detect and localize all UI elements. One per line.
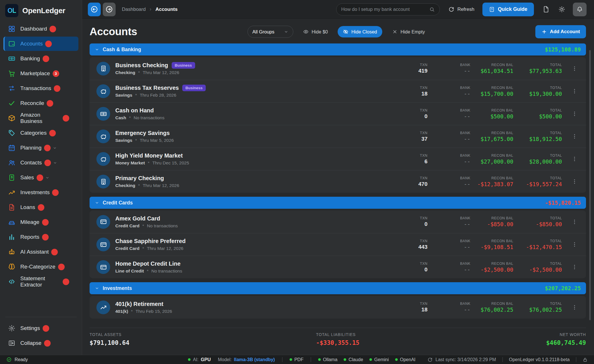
- sidebar-item-reconcile[interactable]: Reconcile: [3, 96, 78, 110]
- kebab-menu-button[interactable]: [571, 156, 578, 162]
- sidebar-item-transactions[interactable]: Transactions: [3, 81, 78, 96]
- total-label: TOTAL: [514, 63, 562, 67]
- bank-label: BANK: [429, 239, 470, 243]
- account-row-business-tax-reserves[interactable]: Business Tax Reserves Business Savings *…: [90, 80, 586, 102]
- total-value: $19,300.00: [514, 91, 562, 97]
- kebab-menu-button[interactable]: [571, 178, 578, 185]
- sidebar-item-accounts[interactable]: Accounts: [3, 37, 78, 51]
- kebab-menu-button[interactable]: [571, 264, 578, 270]
- account-row-high-yield-money-market[interactable]: High Yield Money Market Money Market * T…: [90, 148, 586, 170]
- txn-label: TXN: [394, 63, 427, 67]
- search-input[interactable]: [341, 7, 429, 12]
- kebab-menu-button[interactable]: [571, 65, 578, 72]
- account-name: Chase Sapphire Preferred: [115, 238, 186, 244]
- x-icon: [392, 29, 398, 35]
- recon-label: RECON BAL: [472, 63, 513, 67]
- cart-icon: [8, 70, 15, 77]
- hide-empty-toggle[interactable]: Hide Empty: [392, 29, 425, 35]
- sidebar-item-planning[interactable]: Planning: [3, 141, 78, 155]
- bank-stat: BANK--: [429, 63, 472, 74]
- kebab-menu-button[interactable]: [571, 88, 578, 94]
- sidebar-item-label: Sales: [20, 174, 34, 181]
- scrollbar[interactable]: [589, 50, 591, 320]
- kebab-menu-button[interactable]: [571, 111, 578, 117]
- hide-zero-toggle[interactable]: Hide $0: [303, 29, 328, 35]
- sidebar-item-marketplace[interactable]: Marketplace 3: [3, 66, 78, 81]
- sidebar-item-ai-assistant[interactable]: AI Assistant: [3, 245, 78, 259]
- sidebar-item-settings[interactable]: Settings: [3, 321, 78, 335]
- sidebar-item-mileage[interactable]: Mileage: [3, 215, 78, 229]
- account-row-emergency-savings[interactable]: Emergency Savings Savings * Thru Mar 5, …: [90, 125, 586, 148]
- account-name: 401(k) Retirement: [115, 301, 163, 307]
- breadcrumb-dashboard[interactable]: Dashboard: [122, 7, 146, 12]
- sidebar-item-dashboard[interactable]: Dashboard: [3, 22, 78, 36]
- txn-stat: TXN419: [394, 63, 429, 74]
- bank-value: --: [429, 158, 470, 165]
- search-icon: [429, 7, 435, 12]
- account-name: Business Tax Reserves: [115, 85, 179, 91]
- sidebar-item-reports[interactable]: Reports: [3, 230, 78, 244]
- sidebar-item-label: Reconcile: [20, 100, 44, 106]
- section-header[interactable]: Investments $207,202.25: [90, 282, 586, 294]
- model-status[interactable]: Model: llama-3B (standby): [218, 357, 275, 362]
- sidebar-item-collapse[interactable]: Collapse: [3, 336, 78, 350]
- sidebar-item-label: Collapse: [20, 340, 41, 346]
- document-icon[interactable]: [542, 6, 550, 13]
- check-icon: [8, 100, 15, 107]
- status-dot: [344, 358, 346, 361]
- sidebar-item-loans[interactable]: Loans: [3, 200, 78, 214]
- chevron-down-icon: [58, 131, 62, 135]
- section-header[interactable]: Credit Cards -$15,820.15: [90, 197, 586, 209]
- back-button[interactable]: [88, 3, 101, 16]
- section-header[interactable]: Cash & Banking $125,108.89: [90, 43, 586, 55]
- section-credit-cards: Credit Cards -$15,820.15 Amex Gold Card …: [90, 197, 586, 278]
- kebab-menu-button[interactable]: [571, 304, 578, 311]
- sidebar-item-contacts[interactable]: Contacts: [3, 156, 78, 170]
- section-investments: Investments $207,202.25 401(k) Retiremen…: [90, 282, 586, 319]
- account-row-business-checking[interactable]: Business Checking Business Checking * Th…: [90, 57, 586, 80]
- account-row-amex-gold-card[interactable]: Amex Gold Card Credit Card * No transact…: [90, 210, 586, 233]
- chevron-down-icon: [45, 176, 50, 180]
- refresh-button[interactable]: Refresh: [448, 6, 474, 12]
- group-select[interactable]: All Groups: [248, 26, 293, 38]
- sidebar-item-re-categorize[interactable]: Re-Categorize: [3, 260, 78, 274]
- sidebar-item-categories[interactable]: Categories: [3, 126, 78, 140]
- account-row-cash-on-hand[interactable]: Cash on Hand Cash * No transactions TXN0…: [90, 102, 586, 125]
- kebab-menu-button[interactable]: [571, 133, 578, 140]
- account-row-chase-sapphire-preferred[interactable]: Chase Sapphire Preferred Credit Card * T…: [90, 233, 586, 256]
- total-value: $18,912.50: [514, 136, 562, 142]
- recon-value: -$12,383.07: [472, 181, 513, 187]
- sidebar-item-label: Categories: [20, 130, 47, 136]
- tag-icon: [8, 129, 15, 137]
- theme-sun-icon[interactable]: [558, 6, 565, 13]
- sidebar-item-statement-extractor[interactable]: Statement Extractor: [3, 275, 78, 289]
- kebab-menu-button[interactable]: [571, 219, 578, 225]
- sidebar-item-sales[interactable]: Sales: [3, 170, 78, 185]
- recon-label: RECON BAL: [472, 262, 513, 266]
- sidebar-item-banking[interactable]: Banking: [3, 51, 78, 66]
- forward-button[interactable]: [103, 3, 116, 16]
- sidebar-item-label: Settings: [20, 325, 40, 331]
- lock-icon[interactable]: [583, 357, 588, 362]
- sidebar-item-investments[interactable]: Investments: [3, 185, 78, 200]
- total-stat: TOTAL$18,912.50: [514, 131, 563, 142]
- account-name: Amex Gold Card: [115, 215, 160, 222]
- refresh-icon: [448, 6, 454, 12]
- piggy-icon: [96, 130, 110, 143]
- kebab-menu-button[interactable]: [571, 241, 578, 248]
- sidebar-item-label: Accounts: [20, 41, 43, 47]
- quick-guide-button[interactable]: Quick Guide: [482, 3, 534, 16]
- txn-stat: TXN443: [394, 239, 429, 250]
- hide-closed-toggle[interactable]: Hide Closed: [338, 26, 382, 37]
- account-type: 401(k): [115, 309, 128, 314]
- notifications-button[interactable]: [573, 3, 587, 16]
- account-row-home-depot-credit-line[interactable]: Home Depot Credit Line Line of Credit * …: [90, 256, 586, 278]
- app-window: OL OpenLedger Dashboard Accounts Banking…: [0, 0, 594, 364]
- notification-badge: [54, 85, 60, 92]
- account-row-401-k-retirement[interactable]: 401(k) Retirement 401(k) * Thru Feb 15, …: [90, 296, 586, 319]
- account-row-primary-checking[interactable]: Primary Checking Checking * Thru Mar 12,…: [90, 170, 586, 193]
- add-account-button[interactable]: Add Account: [535, 25, 586, 38]
- account-info: Thru Mar 12, 2026: [143, 70, 179, 75]
- sidebar-item-amazon-business[interactable]: Amazon Business: [3, 111, 78, 125]
- sidebar-nav: Dashboard Accounts Banking Marketplace 3…: [3, 22, 78, 289]
